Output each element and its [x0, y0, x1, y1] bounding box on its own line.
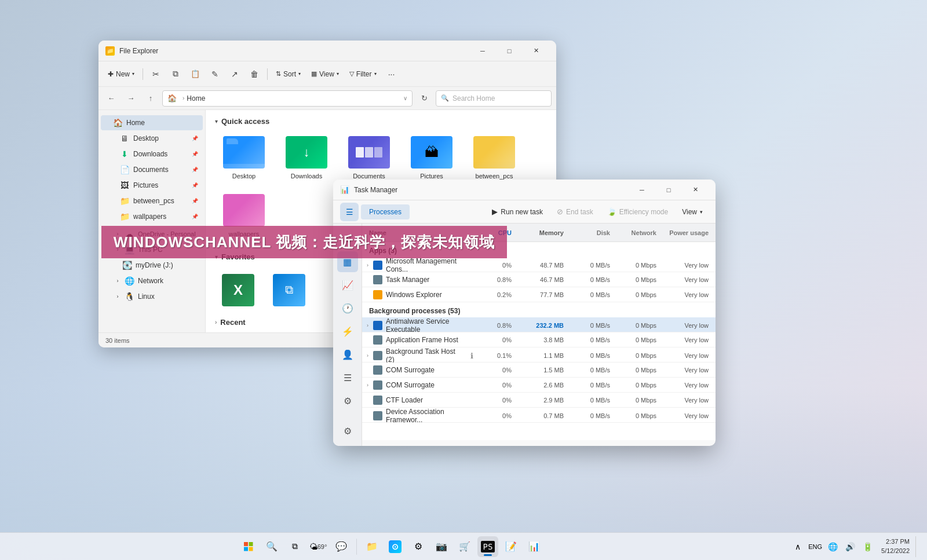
filter-button[interactable]: ▽ Filter ▾: [345, 65, 381, 83]
sidebar-item-documents[interactable]: 📄 Documents 📌: [108, 162, 203, 177]
sort-button[interactable]: ⇅ Sort ▾: [271, 65, 305, 83]
systray-battery[interactable]: 🔋: [859, 539, 875, 555]
sidebar-item-network[interactable]: › 🌐 Network: [101, 273, 203, 288]
taskbar-settings[interactable]: ⚙: [408, 536, 429, 557]
taskbar-app-4[interactable]: 📝: [501, 536, 521, 557]
systray-language[interactable]: ENG: [807, 539, 823, 555]
show-desktop-button[interactable]: [915, 536, 920, 557]
sidebar-item-pictures[interactable]: 🖼 Pictures 📌: [108, 178, 203, 193]
taskbar-terminal[interactable]: PS: [477, 536, 498, 557]
tm-icon-overview[interactable]: ⊞: [337, 228, 358, 249]
search-box[interactable]: 🔍 Search Home: [436, 90, 552, 107]
sidebar-item-onedrive[interactable]: › ☁ OneDrive - Personal: [101, 226, 203, 241]
taskbar-search-button[interactable]: 🔍: [261, 536, 282, 557]
col-cpu[interactable]: CPU: [473, 229, 514, 236]
sidebar-item-mydrive[interactable]: 💽 myDrive (J:): [101, 258, 203, 273]
up-button[interactable]: ↑: [143, 90, 159, 107]
favorites-excel[interactable]: X: [215, 269, 261, 311]
sidebar-item-linux[interactable]: › 🐧 Linux: [101, 289, 203, 304]
address-input[interactable]: 🏠 › Home ∨: [162, 90, 413, 107]
tm-row-com1[interactable]: › COM Surrogate 0% 1.5 MB 0 MB/s 0 Mbps …: [362, 363, 716, 378]
systray-chevron[interactable]: ∧: [790, 539, 806, 555]
rename-button[interactable]: ✎: [206, 65, 224, 83]
tm-row-mmconsole[interactable]: › Microsoft Management Cons... 0% 48.7 M…: [362, 257, 716, 272]
taskbar-store[interactable]: 🛒: [454, 536, 475, 557]
favorites-chevron[interactable]: ▾: [215, 254, 218, 260]
svg-rect-3: [249, 547, 253, 551]
tm-row-appframe[interactable]: › Application Frame Host 0% 3.8 MB 0 MB/…: [362, 332, 716, 347]
taskbar-performance[interactable]: 📊: [524, 536, 545, 557]
view-button[interactable]: ▦ View ▾: [306, 65, 344, 83]
systray-network[interactable]: 🌐: [824, 539, 841, 555]
maximize-button[interactable]: □: [496, 42, 523, 60]
tm-hamburger[interactable]: ☰: [340, 203, 359, 221]
tm-row-com2[interactable]: › COM Surrogate 0% 2.6 MB 0 MB/s 0 Mbps …: [362, 378, 716, 393]
tm-row-devassoc[interactable]: › Device Association Framewor... 0% 0.7 …: [362, 408, 716, 423]
sidebar-item-home[interactable]: 🏠 Home: [101, 115, 203, 130]
tm-icon-services[interactable]: ⚙: [337, 390, 358, 411]
col-name[interactable]: Name: [367, 229, 473, 236]
tm-view-button[interactable]: View ▾: [676, 203, 709, 221]
taskbar-task-view[interactable]: ⧉: [284, 536, 305, 557]
tm-close-button[interactable]: ✕: [682, 181, 709, 199]
taskbar-clock[interactable]: 2:37 PM 5/12/2022: [877, 537, 914, 555]
close-button[interactable]: ✕: [523, 42, 549, 60]
tm-row-explorer[interactable]: › Windows Explorer 0.2% 77.7 MB 0 MB/s 0…: [362, 287, 716, 302]
more-button[interactable]: ···: [382, 65, 401, 83]
folder-downloads[interactable]: Downloads: [278, 131, 335, 185]
sidebar-item-desktop[interactable]: 🖥 Desktop 📌: [108, 131, 203, 146]
minimize-button[interactable]: ─: [469, 42, 496, 60]
tm-end-task[interactable]: ⊘ End task: [551, 203, 599, 221]
folder-pictures[interactable]: 🏔 Pictures: [403, 131, 461, 185]
delete-button[interactable]: 🗑: [245, 65, 264, 83]
folder-wallpapers[interactable]: wallpapers: [215, 189, 273, 243]
tm-icon-users[interactable]: 👤: [337, 344, 358, 365]
tm-icon-startup[interactable]: ⚡: [337, 321, 358, 342]
cut-button[interactable]: ✂: [147, 65, 165, 83]
new-button[interactable]: ✚ New ▾: [103, 65, 139, 83]
taskbar-widgets[interactable]: 🌤 69°: [308, 536, 329, 557]
taskbar-app-2[interactable]: ⊙: [385, 536, 406, 557]
tm-run-new-task[interactable]: ▶ Run new task: [486, 203, 549, 221]
sidebar-item-downloads[interactable]: ⬇ Downloads 📌: [108, 147, 203, 162]
tm-icon-performance[interactable]: 📈: [337, 274, 358, 295]
refresh-button[interactable]: ↻: [416, 90, 432, 107]
sidebar-item-this-pc[interactable]: › 💻 This PC: [101, 242, 203, 257]
tm-row-name-taskmanager: › Task Manager: [367, 275, 473, 284]
col-network[interactable]: Network: [612, 229, 659, 236]
forward-button[interactable]: →: [123, 90, 139, 107]
tm-maximize-button[interactable]: □: [655, 181, 682, 199]
tm-icon-settings[interactable]: ⚙: [337, 420, 358, 441]
tm-row-taskmanager[interactable]: › Task Manager 0.8% 46.7 MB 0 MB/s 0 Mbp…: [362, 272, 716, 287]
tm-tab-processes[interactable]: Processes: [361, 204, 410, 219]
col-disk[interactable]: Disk: [566, 229, 612, 236]
share-button[interactable]: ↗: [225, 65, 244, 83]
tm-row-ctf[interactable]: › CTF Loader 0% 2.9 MB 0 MB/s 0 Mbps Ver…: [362, 393, 716, 408]
folder-between-pcs[interactable]: between_pcs: [465, 131, 523, 185]
tm-minimize-button[interactable]: ─: [629, 181, 655, 199]
sidebar-item-wallpapers[interactable]: 📁 wallpapers 📌: [108, 209, 203, 224]
col-power[interactable]: Power usage: [659, 229, 711, 236]
recent-chevron[interactable]: ›: [215, 319, 217, 325]
back-button[interactable]: ←: [103, 90, 119, 107]
tm-icon-details[interactable]: ☰: [337, 367, 358, 388]
tm-row-antimalware[interactable]: › Antimalware Service Executable 0.8% 23…: [362, 317, 716, 332]
systray-volume[interactable]: 🔊: [842, 539, 858, 555]
taskbar-start-button[interactable]: [238, 536, 259, 557]
tm-efficiency-mode[interactable]: 🍃 Efficiency mode: [601, 203, 674, 221]
quick-access-chevron[interactable]: ▾: [215, 118, 218, 125]
sidebar-item-between-pcs[interactable]: 📁 between_pcs 📌: [108, 193, 203, 208]
col-memory[interactable]: Memory: [514, 229, 566, 236]
taskbar-chat[interactable]: 💬: [331, 536, 352, 557]
tm-icon-processes[interactable]: ▦: [337, 251, 358, 272]
tm-icon-app-history[interactable]: 🕐: [337, 298, 358, 319]
favorites-app[interactable]: ⧉: [266, 269, 312, 311]
chat-icon: 💬: [335, 541, 347, 552]
taskbar-app-3[interactable]: 📷: [431, 536, 452, 557]
taskbar-file-explorer[interactable]: 📁: [362, 536, 382, 557]
tm-row-bgtaskhost[interactable]: › Background Task Host (2) ℹ 0.1% 1.1 MB…: [362, 347, 716, 363]
paste-button[interactable]: 📋: [186, 65, 205, 83]
copy-button[interactable]: ⧉: [166, 65, 185, 83]
folder-desktop[interactable]: Desktop: [215, 131, 273, 185]
folder-documents[interactable]: Documents: [340, 131, 398, 185]
